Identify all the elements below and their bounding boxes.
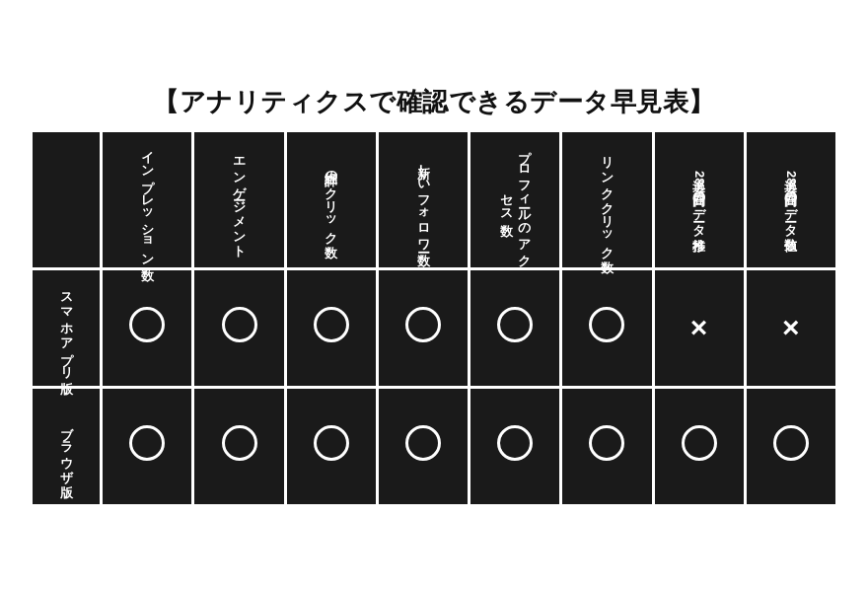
table-row: スマホアプリ版××: [32, 269, 837, 388]
circle-icon: [129, 307, 165, 342]
column-header-4: プロフィールのアクセス数: [470, 131, 561, 269]
circle-icon: [497, 425, 533, 461]
circle-icon: [497, 307, 533, 342]
cell-1-6: [653, 388, 745, 506]
cell-1-5: [561, 388, 653, 506]
circle-icon: [314, 307, 349, 342]
column-header-6: 過去28日間のデータ推移: [653, 131, 745, 269]
circle-icon: [222, 307, 257, 342]
cell-0-7: ×: [745, 269, 836, 388]
cross-icon: ×: [690, 313, 708, 342]
column-header-5: リンククリック数: [561, 131, 653, 269]
cell-0-3: [377, 269, 469, 388]
comparison-table: インプレッション数エンゲージメント詳細のクリック数新しいフォロワー数プロフィール…: [30, 129, 838, 507]
cell-0-5: [561, 269, 653, 388]
cross-icon: ×: [782, 313, 800, 342]
cell-1-2: [285, 388, 377, 506]
row-label-1: ブラウザ版: [32, 388, 102, 506]
column-header-0: インプレッション数: [102, 131, 193, 269]
cell-1-7: [745, 388, 836, 506]
column-header-2: 詳細のクリック数: [285, 131, 377, 269]
circle-icon: [405, 425, 441, 461]
cell-1-4: [470, 388, 561, 506]
circle-icon: [129, 425, 165, 461]
cell-1-0: [102, 388, 193, 506]
circle-icon: [682, 425, 717, 461]
column-header-7: 過去28日間のデータ数値: [745, 131, 836, 269]
cell-0-6: ×: [653, 269, 745, 388]
cell-0-4: [470, 269, 561, 388]
circle-icon: [405, 307, 441, 342]
cell-0-0: [102, 269, 193, 388]
circle-icon: [773, 425, 809, 461]
cell-1-3: [377, 388, 469, 506]
corner-cell: [32, 131, 102, 269]
main-container: 【アナリティクスで確認できるデータ早見表】 インプレッション数エンゲージメント詳…: [30, 85, 838, 507]
column-header-1: エンゲージメント: [193, 131, 285, 269]
circle-icon: [589, 425, 624, 461]
page-title: 【アナリティクスで確認できるデータ早見表】: [30, 85, 838, 119]
row-label-0: スマホアプリ版: [32, 269, 102, 388]
circle-icon: [314, 425, 349, 461]
cell-1-1: [193, 388, 285, 506]
column-header-3: 新しいフォロワー数: [377, 131, 469, 269]
cell-0-2: [285, 269, 377, 388]
table-row: ブラウザ版: [32, 388, 837, 506]
circle-icon: [222, 425, 257, 461]
circle-icon: [589, 307, 624, 342]
cell-0-1: [193, 269, 285, 388]
